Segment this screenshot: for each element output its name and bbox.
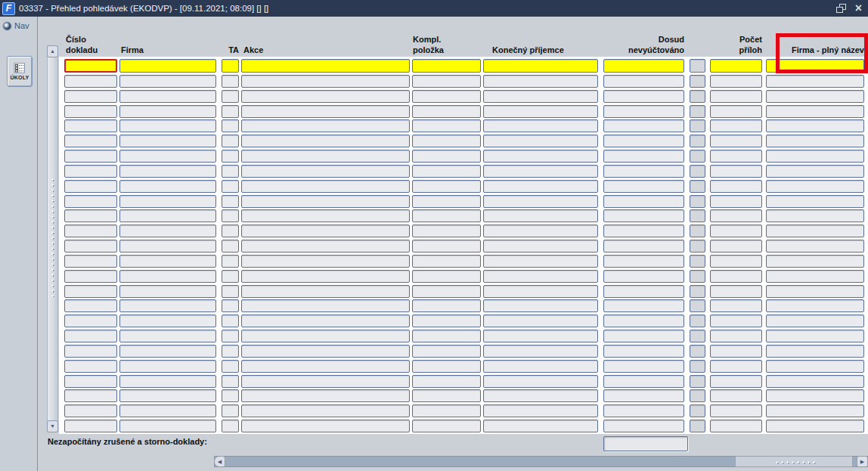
cell-kompl-polozka[interactable] xyxy=(412,255,481,268)
cell-attachment-button[interactable] xyxy=(690,209,705,222)
cell-firma[interactable] xyxy=(119,360,216,373)
cell-firma-plny-nazev[interactable] xyxy=(766,345,864,358)
cell-dosud-nevyuctovano[interactable] xyxy=(603,389,684,402)
cell-akce[interactable] xyxy=(241,105,410,118)
cell-kompl-polozka[interactable] xyxy=(412,75,481,88)
cell-konecny-prijemce[interactable] xyxy=(483,389,598,402)
cell-kompl-polozka[interactable] xyxy=(412,225,481,237)
cell-akce[interactable] xyxy=(241,165,410,178)
cell-cislo-dokladu[interactable] xyxy=(64,270,117,283)
cell-ta[interactable] xyxy=(222,270,239,283)
cell-dosud-nevyuctovano[interactable] xyxy=(603,404,684,417)
cell-ta[interactable] xyxy=(222,240,239,253)
cell-pocet-priloh[interactable] xyxy=(710,299,762,312)
cell-cislo-dokladu[interactable] xyxy=(64,225,117,237)
cell-cislo-dokladu[interactable] xyxy=(64,165,117,178)
cell-firma-plny-nazev[interactable] xyxy=(766,315,864,327)
filter-input-cislo-dokladu[interactable] xyxy=(64,59,117,73)
cell-attachment-button[interactable] xyxy=(690,345,705,358)
filter-input-ta[interactable] xyxy=(222,59,239,73)
cell-ta[interactable] xyxy=(222,119,239,132)
cell-ta[interactable] xyxy=(222,404,239,417)
cell-ta[interactable] xyxy=(222,255,239,268)
cell-attachment-button[interactable] xyxy=(690,375,705,388)
cell-konecny-prijemce[interactable] xyxy=(483,105,598,118)
cell-kompl-polozka[interactable] xyxy=(412,299,481,312)
cell-ta[interactable] xyxy=(222,209,239,222)
cell-dosud-nevyuctovano[interactable] xyxy=(603,180,684,193)
cell-attachment-button[interactable] xyxy=(690,360,705,373)
cell-pocet-priloh[interactable] xyxy=(710,285,762,298)
cell-konecny-prijemce[interactable] xyxy=(483,285,598,298)
cell-firma-plny-nazev[interactable] xyxy=(766,165,864,178)
cell-firma[interactable] xyxy=(119,255,216,268)
cell-ta[interactable] xyxy=(222,135,239,147)
cell-konecny-prijemce[interactable] xyxy=(483,150,598,163)
cell-cislo-dokladu[interactable] xyxy=(64,345,117,358)
scroll-left-icon[interactable]: ◀ xyxy=(214,456,225,467)
cell-kompl-polozka[interactable] xyxy=(412,105,481,118)
cell-pocet-priloh[interactable] xyxy=(710,315,762,327)
cell-attachment-button[interactable] xyxy=(690,135,705,147)
cell-cislo-dokladu[interactable] xyxy=(64,180,117,193)
cell-firma[interactable] xyxy=(119,119,216,132)
cell-firma[interactable] xyxy=(119,420,216,432)
cell-firma-plny-nazev[interactable] xyxy=(766,180,864,193)
cell-cislo-dokladu[interactable] xyxy=(64,285,117,298)
cell-akce[interactable] xyxy=(241,225,410,237)
cell-akce[interactable] xyxy=(241,135,410,147)
cell-cislo-dokladu[interactable] xyxy=(64,330,117,342)
cell-firma[interactable] xyxy=(119,270,216,283)
cell-kompl-polozka[interactable] xyxy=(412,330,481,342)
cell-dosud-nevyuctovano[interactable] xyxy=(603,345,684,358)
cell-kompl-polozka[interactable] xyxy=(412,150,481,163)
cell-ta[interactable] xyxy=(222,315,239,327)
cell-firma-plny-nazev[interactable] xyxy=(766,225,864,237)
cell-ta[interactable] xyxy=(222,330,239,342)
cell-ta[interactable] xyxy=(222,90,239,103)
excluded-docs-field[interactable] xyxy=(603,436,688,451)
cell-pocet-priloh[interactable] xyxy=(710,195,762,208)
cell-firma[interactable] xyxy=(119,90,216,103)
cell-pocet-priloh[interactable] xyxy=(710,180,762,193)
scroll-right-icon[interactable]: ▶ xyxy=(857,456,868,467)
scroll-up-icon[interactable]: ▲ xyxy=(47,45,58,57)
cell-firma[interactable] xyxy=(119,75,216,88)
cell-firma-plny-nazev[interactable] xyxy=(766,375,864,388)
cell-akce[interactable] xyxy=(241,209,410,222)
cell-akce[interactable] xyxy=(241,315,410,327)
cell-ta[interactable] xyxy=(222,299,239,312)
cell-konecny-prijemce[interactable] xyxy=(483,255,598,268)
cell-firma[interactable] xyxy=(119,285,216,298)
cell-konecny-prijemce[interactable] xyxy=(483,195,598,208)
cell-attachment-button[interactable] xyxy=(690,285,705,298)
cell-akce[interactable] xyxy=(241,285,410,298)
cell-attachment-button[interactable] xyxy=(690,270,705,283)
cell-dosud-nevyuctovano[interactable] xyxy=(603,105,684,118)
cell-konecny-prijemce[interactable] xyxy=(483,315,598,327)
cell-firma[interactable] xyxy=(119,165,216,178)
cell-kompl-polozka[interactable] xyxy=(412,420,481,432)
cell-dosud-nevyuctovano[interactable] xyxy=(603,299,684,312)
cell-ta[interactable] xyxy=(222,360,239,373)
filter-input-kompl-polozka[interactable] xyxy=(412,59,481,73)
cell-attachment-button[interactable] xyxy=(690,225,705,237)
close-icon[interactable]: × xyxy=(855,3,862,14)
cell-attachment-button[interactable] xyxy=(690,105,705,118)
cell-konecny-prijemce[interactable] xyxy=(483,165,598,178)
cell-pocet-priloh[interactable] xyxy=(710,105,762,118)
cell-konecny-prijemce[interactable] xyxy=(483,404,598,417)
cell-akce[interactable] xyxy=(241,420,410,432)
cell-dosud-nevyuctovano[interactable] xyxy=(603,195,684,208)
cell-attachment-button[interactable] xyxy=(690,150,705,163)
filter-input-dosud-nevyuctovano[interactable] xyxy=(603,59,684,73)
cell-dosud-nevyuctovano[interactable] xyxy=(603,150,684,163)
cell-firma[interactable] xyxy=(119,404,216,417)
cell-konecny-prijemce[interactable] xyxy=(483,240,598,253)
cell-attachment-button[interactable] xyxy=(690,330,705,342)
cell-dosud-nevyuctovano[interactable] xyxy=(603,75,684,88)
cell-kompl-polozka[interactable] xyxy=(412,165,481,178)
cell-dosud-nevyuctovano[interactable] xyxy=(603,270,684,283)
cell-dosud-nevyuctovano[interactable] xyxy=(603,225,684,237)
cell-firma-plny-nazev[interactable] xyxy=(766,330,864,342)
